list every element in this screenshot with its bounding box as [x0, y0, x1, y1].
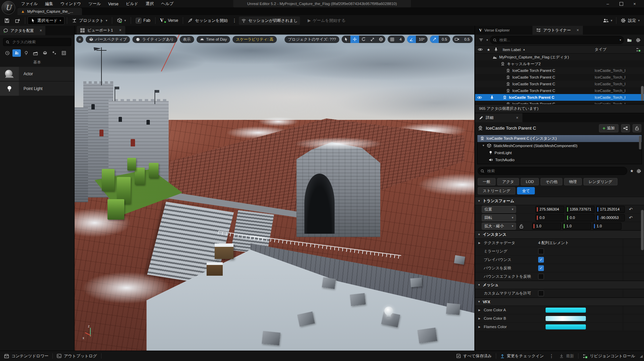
- basic-category-button[interactable]: [12, 49, 21, 57]
- rotate-tool-button[interactable]: [359, 36, 368, 43]
- outliner-row-selected[interactable]: IceCastle Torch Parent C IceCastle_Torch…: [475, 94, 644, 101]
- rotation-x-field[interactable]: 0.0: [535, 214, 564, 221]
- details-scrollbar[interactable]: [641, 210, 644, 250]
- filter-chip-lod[interactable]: LOD: [521, 178, 539, 185]
- eye-icon[interactable]: [477, 96, 482, 99]
- component-row-instance[interactable]: IceCastle Torch Parent C (インスタンス): [477, 135, 642, 142]
- recent-category-button[interactable]: [3, 49, 11, 57]
- cinematic-category-button[interactable]: [31, 49, 40, 57]
- grid-snap-toggle[interactable]: [388, 36, 396, 43]
- project-size-button[interactable]: プロジェクトのサイズ: ???: [285, 36, 339, 43]
- filter-chip-actor[interactable]: アクタ: [497, 178, 519, 185]
- location-x-field[interactable]: 275.586304: [535, 206, 564, 213]
- close-icon[interactable]: ×: [40, 28, 42, 33]
- project-dropdown[interactable]: プロジェクト ▾: [70, 16, 110, 25]
- location-y-field[interactable]: 1359.737671: [566, 206, 595, 213]
- resize-grip-icon[interactable]: ◢: [639, 354, 644, 358]
- details-search-box[interactable]: [478, 167, 627, 175]
- outliner-row[interactable]: MyProject_Capture_the_Flag (エディタ): [475, 54, 644, 60]
- close-button[interactable]: ×: [628, 0, 641, 7]
- outliner-row[interactable]: IceCastle Torch Parent C IceCastle_Torch…: [475, 74, 644, 81]
- checkin-changes-button[interactable]: 変更をチェックイン: [496, 351, 548, 361]
- start-game-button[interactable]: ▶ ゲームを開始する: [305, 16, 348, 25]
- scale-x-field[interactable]: 1.0: [532, 223, 561, 230]
- outliner-settings-button[interactable]: [635, 37, 641, 43]
- filter-chip-rendering[interactable]: レンダリング: [584, 178, 617, 185]
- settings-dropdown[interactable]: 設定 ▾: [618, 16, 642, 25]
- geometry-category-button[interactable]: [59, 49, 68, 57]
- shapes-category-button[interactable]: [41, 49, 49, 57]
- pin-column-icon[interactable]: [494, 47, 498, 52]
- tab-details[interactable]: 詳細 ×: [475, 113, 522, 122]
- scale-z-field[interactable]: 1.0: [593, 223, 621, 230]
- lock-button[interactable]: [633, 124, 641, 132]
- close-icon[interactable]: ×: [119, 28, 121, 33]
- rotation-y-field[interactable]: 0.0: [566, 214, 595, 221]
- filter-chip-physics[interactable]: 物理: [564, 178, 582, 185]
- lights-category-button[interactable]: [22, 49, 30, 57]
- details-settings-button[interactable]: [636, 169, 641, 174]
- reset-location-button[interactable]: ↶: [629, 207, 633, 212]
- menu-verse[interactable]: Verse: [104, 1, 122, 7]
- outliner-row[interactable]: IceCastle Torch Parent C IceCastle_Torch…: [475, 101, 644, 104]
- component-row-staticmesh[interactable]: ▼ StaticMeshComponent (StaticMeshCompone…: [477, 142, 642, 149]
- rotation-dropdown[interactable]: 回転 ▾: [482, 214, 516, 221]
- sync-latest-button[interactable]: 最新: [555, 351, 578, 361]
- reset-rotation-button[interactable]: ↶: [629, 215, 633, 220]
- chevron-down-icon[interactable]: ▾: [486, 39, 488, 42]
- filter-chip-streaming[interactable]: ストリーミング: [478, 187, 515, 194]
- close-icon[interactable]: ×: [516, 116, 518, 120]
- play-bounce-checkbox[interactable]: ✓: [538, 257, 544, 263]
- viewport-scene[interactable]: z x ≡ パースペクティブ ライティングあり 表示: [75, 35, 474, 351]
- menu-select[interactable]: 選択: [142, 0, 158, 8]
- show-dropdown[interactable]: 表示: [180, 36, 194, 43]
- point-light-gizmo[interactable]: [384, 307, 398, 322]
- import-button[interactable]: [12, 17, 23, 25]
- item-label-column-header[interactable]: Item Label: [503, 48, 521, 52]
- core-color-a-swatch[interactable]: [546, 308, 586, 313]
- mirroring-checkbox[interactable]: ✓: [538, 249, 544, 254]
- move-tool-button[interactable]: [350, 36, 359, 43]
- project-tab[interactable]: ▲ MyProject_Capture_the_...: [17, 8, 82, 15]
- quick-add-dropdown[interactable]: ▾: [115, 16, 128, 25]
- blueprint-edit-button[interactable]: [621, 124, 630, 132]
- type-column-header[interactable]: タイプ: [595, 47, 606, 52]
- outliner-row[interactable]: IceCastle Torch Parent C IceCastle_Torch…: [475, 87, 644, 94]
- camera-speed-button[interactable]: [453, 36, 461, 43]
- revision-control-button[interactable]: リビジョンコントロール: [578, 351, 639, 361]
- tab-outliner[interactable]: アウトライナー ×: [532, 26, 583, 35]
- outliner-filter-button[interactable]: [478, 37, 484, 43]
- scale-tool-button[interactable]: [368, 36, 377, 43]
- start-session-button[interactable]: セッションを開始: [185, 16, 230, 25]
- restore-button[interactable]: [614, 0, 628, 7]
- details-search-input[interactable]: [486, 169, 625, 173]
- rotation-z-field[interactable]: -90.000053: [596, 214, 625, 221]
- outliner-search-input[interactable]: [499, 38, 617, 42]
- instance-section-header[interactable]: ▼ インスタンス: [475, 230, 644, 239]
- reflect-bounce-checkbox[interactable]: ✓: [538, 265, 544, 271]
- viewport-tab[interactable]: ビューポート1 ×: [77, 26, 125, 35]
- component-row-torchaudio[interactable]: TorchAudio: [477, 156, 642, 163]
- rotation-snap-toggle[interactable]: [407, 36, 416, 43]
- menu-edit[interactable]: 編集: [41, 0, 57, 8]
- select-mode-dropdown[interactable]: 選択モード ▾: [28, 16, 65, 25]
- pin-icon[interactable]: [490, 95, 494, 100]
- session-options-dots[interactable]: ⋮: [231, 18, 238, 23]
- tab-verse-explorer[interactable]: V Verse Explorer: [475, 26, 514, 35]
- view-mode-dropdown[interactable]: ライティングあり: [132, 36, 177, 43]
- menu-help[interactable]: ヘルプ: [158, 0, 177, 8]
- scale-dropdown[interactable]: 拡大・縮小 ▾: [482, 223, 516, 230]
- star-column-icon[interactable]: ★: [487, 47, 490, 52]
- outliner-search-box[interactable]: ▾: [490, 36, 624, 44]
- outliner-row[interactable]: IceCastle Torch Parent C IceCastle_Torch…: [475, 67, 644, 74]
- menu-tools[interactable]: ツール: [85, 0, 105, 8]
- save-button[interactable]: [2, 17, 12, 25]
- place-item-actor[interactable]: Actor: [0, 67, 74, 81]
- component-row-pointlight[interactable]: PointLight: [477, 149, 642, 156]
- connection-status-icon[interactable]: [636, 47, 641, 52]
- flames-color-swatch[interactable]: [546, 324, 586, 329]
- caret-down-icon[interactable]: ▼: [482, 144, 485, 147]
- outliner-scrollbar[interactable]: [641, 86, 644, 101]
- checkin-options-dots[interactable]: ⋮: [548, 353, 555, 359]
- outliner-row[interactable]: キャッスルキープ2: [475, 60, 644, 67]
